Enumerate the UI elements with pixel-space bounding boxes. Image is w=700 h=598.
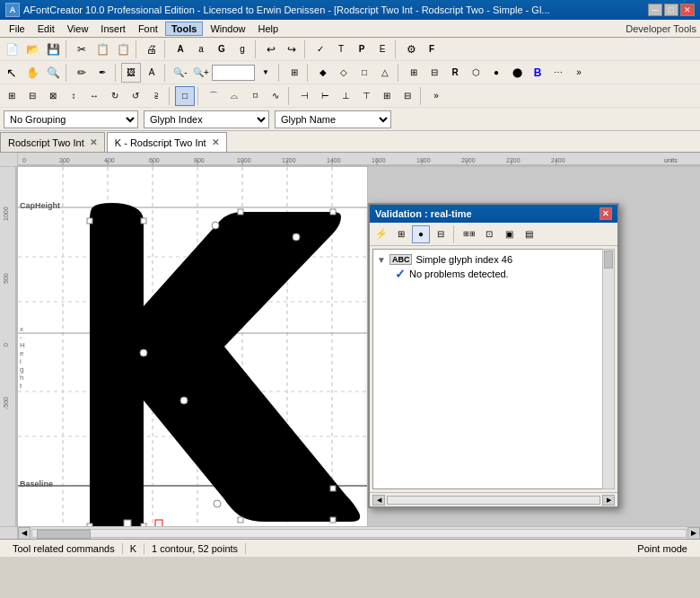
glyph-workspace[interactable]: x - H e i g h t CapHeight Baseline	[18, 167, 700, 526]
tb3-align6[interactable]: ⊟	[398, 86, 417, 106]
tb-test[interactable]: T	[331, 40, 351, 59]
tb3-2[interactable]: ⊟	[22, 86, 42, 106]
maximize-btn[interactable]: □	[664, 4, 678, 16]
tb-save[interactable]: 💾	[43, 40, 63, 59]
tb-btn-a[interactable]: A	[171, 40, 190, 59]
tb2-select[interactable]: ↖	[2, 63, 22, 83]
validation-vscroll[interactable]	[602, 249, 615, 489]
vt-btn7[interactable]: ▣	[500, 225, 518, 243]
tb-btn-d[interactable]: g	[232, 40, 252, 59]
tb3-curve3[interactable]: ⌑	[245, 86, 265, 106]
menu-font[interactable]: Font	[133, 22, 163, 35]
tb2-more[interactable]: »	[569, 63, 589, 83]
scroll-thumb-h[interactable]	[37, 530, 91, 539]
tb3-align1[interactable]: ⊣	[294, 86, 314, 106]
minimize-btn[interactable]: ─	[648, 4, 662, 16]
menu-tools[interactable]: Tools	[165, 22, 204, 36]
scroll-track-h[interactable]	[31, 529, 687, 538]
tb2-m4[interactable]: ⬡	[466, 63, 486, 83]
glyph-index-select[interactable]: Glyph Index	[144, 110, 269, 128]
validation-hscroll[interactable]	[387, 496, 600, 505]
tb3-4[interactable]: ↕	[64, 86, 83, 106]
tb2-m1[interactable]: ⊞	[404, 63, 424, 83]
scroll-arrow-right[interactable]: ▶	[687, 527, 700, 540]
tab-rodscript[interactable]: Rodscript Two Int ✕	[0, 132, 105, 152]
tb-print[interactable]: 🖨	[142, 40, 162, 59]
tb2-m5[interactable]: ●	[486, 63, 506, 83]
zoom-dropdown[interactable]: ▼	[256, 63, 276, 83]
tb-preview[interactable]: P	[352, 40, 372, 59]
tb-validate[interactable]: ✓	[311, 40, 330, 59]
vt-btn8[interactable]: ▤	[520, 225, 538, 243]
tb2-node2[interactable]: ◇	[334, 63, 354, 83]
tb2-m7[interactable]: B	[528, 63, 547, 83]
tb2-zoom-out[interactable]: 🔍-	[171, 63, 190, 83]
menu-file[interactable]: File	[4, 22, 31, 35]
tab-k-rodscript[interactable]: K - Rodscript Two Int ✕	[107, 132, 227, 152]
tb-new[interactable]: 📄	[2, 40, 22, 59]
tb3-curve2[interactable]: ⌓	[224, 86, 244, 106]
tb3-6[interactable]: ↻	[105, 86, 125, 106]
glyph-name-select[interactable]: Glyph Name	[275, 110, 391, 128]
tb2-hand[interactable]: ✋	[22, 63, 42, 83]
tb3-curve4[interactable]: ∿	[266, 86, 285, 106]
tb3-7[interactable]: ↺	[126, 86, 145, 106]
grouping-select[interactable]: No Grouping	[4, 110, 138, 128]
tb2-fit[interactable]: ⊞	[284, 63, 304, 83]
tb2-m3[interactable]: R	[445, 63, 465, 83]
vt-btn6[interactable]: ⊡	[480, 225, 498, 243]
tb2-zoom[interactable]: 🔍	[43, 63, 63, 83]
tb2-node3[interactable]: □	[354, 63, 374, 83]
tb2-node4[interactable]: △	[375, 63, 395, 83]
tb2-pencil[interactable]: ✏	[72, 63, 92, 83]
tb2-m8[interactable]: ⋯	[548, 63, 568, 83]
tb3-align3[interactable]: ⊥	[336, 86, 355, 106]
close-btn[interactable]: ✕	[680, 4, 695, 16]
menu-insert[interactable]: Insert	[95, 22, 131, 35]
vt-btn5[interactable]: ⊞⊞	[460, 225, 478, 243]
vt-btn3[interactable]: ●	[412, 225, 430, 243]
tb-settings[interactable]: ⚙	[401, 40, 421, 59]
tb2-pen[interactable]: ✒	[92, 63, 112, 83]
tb2-zoom-in[interactable]: 🔍+	[191, 63, 211, 83]
validation-close-btn[interactable]: ✕	[599, 207, 612, 220]
tb-btn-c[interactable]: G	[212, 40, 232, 59]
menu-help[interactable]: Help	[253, 22, 284, 35]
menu-edit[interactable]: Edit	[32, 22, 60, 35]
tb3-5[interactable]: ↔	[84, 86, 104, 106]
tb-undo[interactable]: ↩	[261, 40, 281, 59]
expand-icon[interactable]: ▼	[377, 255, 386, 265]
tb2-m6[interactable]: ⬤	[507, 63, 527, 83]
tb2-m2[interactable]: ⊟	[424, 63, 444, 83]
tb2-node1[interactable]: ◆	[313, 63, 333, 83]
zoom-input[interactable]: 25.00%	[212, 65, 255, 81]
tb2-text[interactable]: A	[142, 63, 162, 83]
tab-close-1[interactable]: ✕	[212, 137, 219, 147]
tb2-img[interactable]: 🖼	[121, 63, 141, 83]
scroll-right-btn[interactable]: ▶	[602, 495, 615, 506]
scroll-left-btn[interactable]: ◀	[372, 495, 385, 506]
tb-f[interactable]: F	[422, 40, 442, 59]
tb3-8[interactable]: ⫔	[146, 86, 166, 106]
scroll-arrow-left[interactable]: ◀	[18, 527, 31, 540]
tb3-1[interactable]: ⊞	[2, 86, 22, 106]
menu-view[interactable]: View	[62, 22, 94, 35]
tb3-curve1[interactable]: ⌒	[204, 86, 223, 106]
vt-btn2[interactable]: ⊞	[392, 225, 410, 243]
tb-btn-b[interactable]: a	[191, 40, 211, 59]
vt-btn4[interactable]: ⊟	[432, 225, 450, 243]
tb3-3[interactable]: ⊠	[43, 86, 63, 106]
vt-btn1[interactable]: ⚡	[372, 225, 390, 243]
tb-cut[interactable]: ✂	[72, 40, 92, 59]
tb-paste[interactable]: 📋	[113, 40, 133, 59]
tb-copy[interactable]: 📋	[92, 40, 112, 59]
tb3-more[interactable]: »	[426, 86, 446, 106]
tb-redo[interactable]: ↪	[282, 40, 302, 59]
tb3-align2[interactable]: ⊢	[315, 86, 335, 106]
tb3-align5[interactable]: ⊞	[377, 86, 397, 106]
menu-window[interactable]: Window	[205, 22, 250, 35]
tb-open[interactable]: 📂	[22, 40, 42, 59]
tb-export[interactable]: E	[372, 40, 392, 59]
tb3-active[interactable]: □	[175, 86, 195, 106]
tab-close-0[interactable]: ✕	[90, 137, 97, 147]
